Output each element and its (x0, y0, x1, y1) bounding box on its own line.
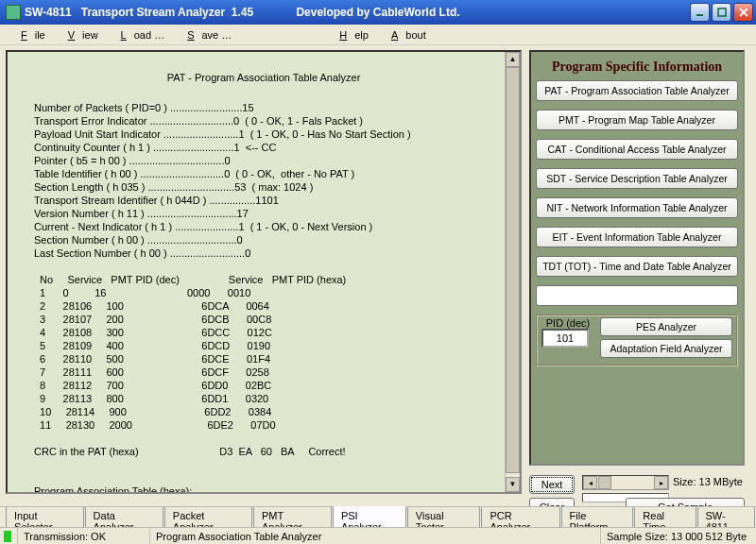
minimize-button[interactable] (690, 3, 710, 22)
psi-button-1[interactable]: PMT - Program Map Table Analyzer (536, 110, 738, 130)
crc-line: CRC in the PAT (hexa) D3 EA 60 BA Correc… (34, 446, 346, 457)
psi-button-5[interactable]: EIT - Event Information Table Analyzer (536, 227, 738, 247)
adaptation-field-button[interactable]: Adaptation Field Analyzer (600, 339, 732, 358)
vertical-scrollbar[interactable]: ▲ ▼ (505, 52, 520, 492)
service-table: No Service PMT PID (dec) Service PMT PID… (34, 274, 346, 431)
scroll-down-icon[interactable]: ▼ (506, 477, 520, 492)
pid-group: PID (dec) PES Analyzer Adaptation Field … (536, 314, 738, 366)
psi-button-3[interactable]: SDT - Service Description Table Analyzer (536, 168, 738, 189)
pid-input[interactable] (541, 329, 589, 348)
slider-thumb[interactable] (598, 476, 611, 489)
status-sample-size: Sample Size: 13 000 512 Byte (600, 528, 752, 544)
close-button[interactable] (733, 3, 753, 22)
menu-about[interactable]: About (376, 27, 434, 42)
psi-button-2[interactable]: CAT - Conditional Access Table Analyzer (536, 139, 738, 160)
app-code: SW-4811 (25, 6, 72, 19)
analyzer-output-panel: PAT - Program Association Table Analyzer… (6, 50, 522, 494)
psi-panel: Program Specific Information PAT - Progr… (529, 50, 745, 466)
pat-fields: Number of Packets ( PID=0 ) ............… (34, 102, 411, 259)
statusbar: Transmission: OK Program Association Tab… (0, 527, 756, 544)
psi-button-6[interactable]: TDT (TOT) - Time and Date Table Analyzer (536, 256, 738, 277)
slider-right-icon[interactable]: ▸ (654, 476, 668, 489)
status-light-icon (4, 531, 11, 542)
blank-slot[interactable] (536, 285, 738, 306)
psi-header: Program Specific Information (536, 60, 738, 75)
bottom-tabs: Input SelectorData AnalyzerPacket Analyz… (0, 506, 756, 527)
psi-button-0[interactable]: PAT - Program Association Table Analyzer (536, 80, 738, 101)
pes-analyzer-button[interactable]: PES Analyzer (600, 317, 732, 336)
menu-load[interactable]: Load … (106, 27, 173, 42)
menu-view[interactable]: View (53, 27, 106, 42)
app-icon (6, 5, 21, 20)
pat-hexa-block: Program Association Table (hexa): 47 4D … (34, 485, 304, 494)
next-button[interactable]: Next (529, 475, 575, 494)
menu-save[interactable]: Save … (172, 27, 239, 42)
sample-slider[interactable]: ◂ ▸ (582, 475, 669, 490)
scroll-up-icon[interactable]: ▲ (506, 52, 520, 67)
maximize-button[interactable] (712, 3, 731, 22)
slider-left-icon[interactable]: ◂ (583, 476, 597, 489)
menubar: File View Load … Save … Help About (0, 25, 756, 45)
app-name: Transport Stream Analyzer 1.45 (81, 6, 253, 19)
titlebar: SW-4811 Transport Stream Analyzer 1.45 D… (0, 0, 756, 25)
svg-rect-0 (696, 14, 703, 16)
scroll-thumb[interactable] (506, 67, 520, 473)
size-label: Size: 13 MByte (673, 476, 743, 487)
menu-help[interactable]: Help (324, 27, 376, 42)
status-mode: Program Association Table Analyzer (149, 528, 327, 544)
psi-button-4[interactable]: NIT - Network Information Table Analyzer (536, 197, 738, 218)
svg-rect-1 (718, 8, 726, 16)
status-transmission: Transmission: OK (17, 528, 112, 544)
panel-title: PAT - Program Association Table Analyzer (17, 71, 510, 84)
developer-label: Developed by CableWorld Ltd. (296, 6, 459, 19)
menu-file[interactable]: File (6, 27, 53, 42)
pid-label: PID (dec) (541, 317, 594, 329)
